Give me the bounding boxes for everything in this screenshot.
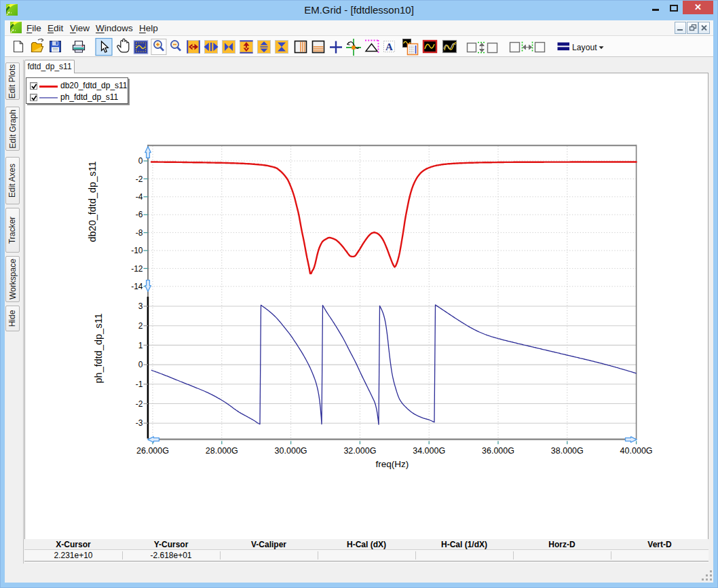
- svg-text:-2: -2: [136, 399, 143, 409]
- svg-text:38.000G: 38.000G: [551, 446, 584, 456]
- svg-text:28.000G: 28.000G: [206, 446, 238, 456]
- svg-text:Layout: Layout: [572, 43, 597, 52]
- svg-text:0: 0: [138, 360, 143, 369]
- svg-text:-2: -2: [136, 174, 143, 184]
- svg-text:-3: -3: [136, 418, 143, 428]
- svg-text:1: 1: [138, 341, 143, 350]
- svg-text:30.000G: 30.000G: [275, 446, 307, 456]
- svg-text:db20_fdtd_dp_s11: db20_fdtd_dp_s11: [87, 161, 98, 242]
- svg-text:-1: -1: [136, 380, 143, 389]
- svg-text:-12: -12: [131, 264, 143, 274]
- svg-text:32.000G: 32.000G: [343, 446, 376, 456]
- svg-text:26.000G: 26.000G: [136, 446, 169, 456]
- svg-text:34.000G: 34.000G: [413, 446, 445, 456]
- svg-text:ph_fdtd_dp_s11: ph_fdtd_dp_s11: [93, 314, 104, 384]
- svg-text:-10: -10: [131, 246, 143, 255]
- svg-text:freq(Hz): freq(Hz): [376, 459, 409, 469]
- svg-text:-8: -8: [136, 228, 143, 238]
- svg-text:3: 3: [138, 301, 143, 311]
- svg-text:36.000G: 36.000G: [482, 446, 514, 456]
- svg-text:A: A: [385, 41, 393, 52]
- svg-text:2: 2: [138, 321, 143, 331]
- svg-text:-6: -6: [136, 210, 143, 219]
- svg-text:-14: -14: [131, 282, 143, 291]
- svg-text:0: 0: [138, 156, 143, 166]
- svg-text:40.000G: 40.000G: [620, 446, 653, 456]
- svg-text:-4: -4: [136, 192, 143, 202]
